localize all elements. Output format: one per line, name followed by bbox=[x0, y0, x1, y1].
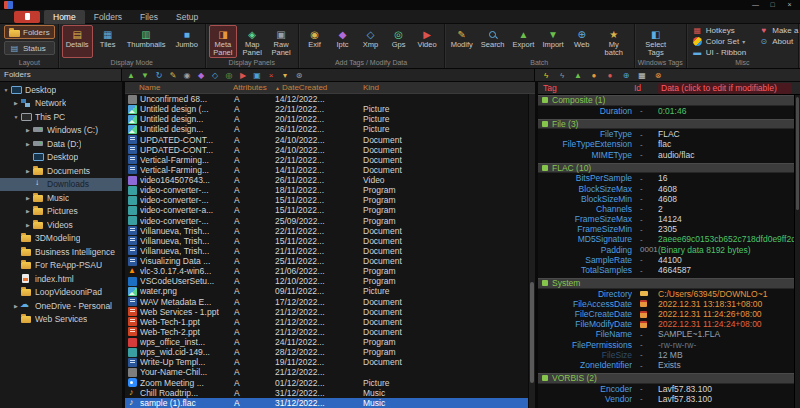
expand-arrow-icon[interactable] bbox=[12, 303, 20, 309]
refresh-icon[interactable]: ↻ bbox=[153, 70, 165, 81]
ribbon-button[interactable]: Web bbox=[569, 25, 595, 58]
tag-row[interactable]: FileModifyDate 2022.12.31 11:24:24+08:00 bbox=[538, 319, 800, 329]
tag-row[interactable]: Channels - 2 bbox=[538, 204, 800, 214]
expand-arrow-icon[interactable] bbox=[24, 195, 32, 201]
file-row[interactable]: video164507643... A 26/11/2022... Video bbox=[125, 175, 535, 185]
ribbon-button[interactable]: Make a Donation bbox=[756, 25, 800, 36]
tag-value[interactable]: 2 bbox=[658, 204, 800, 214]
expand-arrow-icon[interactable] bbox=[12, 100, 20, 106]
video-tag-icon[interactable]: ▶ bbox=[237, 70, 249, 81]
file-row[interactable]: video-converter-a... A 15/11/2022... Pro… bbox=[125, 205, 535, 215]
close-button[interactable]: × bbox=[781, 0, 798, 10]
tag-row[interactable]: Encoder - Lavf57.83.100 bbox=[538, 384, 800, 394]
list-scrollbar[interactable] bbox=[528, 94, 535, 408]
file-row[interactable]: wps_wid.cid-149... A 28/12/2022... Progr… bbox=[125, 347, 535, 357]
tree-item[interactable]: Network bbox=[0, 97, 122, 111]
file-row[interactable]: Web-Tech-2.ppt A 21/12/2022... Document bbox=[125, 327, 535, 337]
tag-value[interactable]: -rw-rw-rw- bbox=[658, 340, 800, 350]
tree-item[interactable]: Desktop bbox=[0, 83, 122, 97]
close-panel-icon[interactable]: ⊗ bbox=[652, 70, 664, 81]
tag-row[interactable]: MIMEType - audio/flac bbox=[538, 150, 800, 160]
tag-value[interactable]: 14124 bbox=[658, 214, 800, 224]
file-row[interactable]: Untitled design... A 26/11/2022... Pictu… bbox=[125, 124, 535, 134]
save-icon[interactable]: ▣ bbox=[251, 70, 263, 81]
tag-group-header[interactable]: FLAC (10) bbox=[538, 163, 800, 174]
tree-item[interactable]: Data (D:) bbox=[0, 137, 122, 151]
tree-item[interactable]: Web Services bbox=[0, 313, 122, 327]
tag-row[interactable]: FrameSizeMax - 14124 bbox=[538, 214, 800, 224]
tag-value[interactable]: Exists bbox=[658, 360, 800, 370]
tag-row[interactable]: MD5Signature - 2aeee69c0153cb652c718dfd0… bbox=[538, 234, 800, 244]
file-row[interactable]: VSCodeUserSetu... A 12/10/2022... Progra… bbox=[125, 276, 535, 286]
file-row[interactable]: Chill Roadtrip... A 31/12/2022... Music bbox=[125, 388, 535, 398]
file-row[interactable]: UPDATED-CONT... A 24/10/2022... Document bbox=[125, 145, 535, 155]
tree-item[interactable]: LoopVideooniPad bbox=[0, 286, 122, 300]
expand-arrow-icon[interactable] bbox=[2, 87, 10, 93]
ribbon-tab[interactable]: Home bbox=[44, 10, 85, 24]
file-row[interactable]: Write-Up Templ... A 19/11/2022... Docume… bbox=[125, 357, 535, 367]
file-menu-button[interactable] bbox=[14, 11, 40, 23]
rename-icon[interactable]: ✎ bbox=[167, 70, 179, 81]
tag-row[interactable]: Directory C:/Users/63945/DOWNLO~1 bbox=[538, 289, 800, 299]
tag-row[interactable]: BlockSizeMin - 4608 bbox=[538, 194, 800, 204]
file-row[interactable]: Web-Tech-1.ppt A 21/12/2022... Document bbox=[125, 317, 535, 327]
file-row[interactable]: water.png A 09/11/2022... Picture bbox=[125, 286, 535, 296]
tag-row[interactable]: BitsPerSample - 16 bbox=[538, 173, 800, 183]
tree-item[interactable]: This PC bbox=[0, 110, 122, 124]
ribbon-button[interactable]: My batch bbox=[597, 25, 631, 58]
tree-item[interactable]: Videos bbox=[0, 218, 122, 232]
tree-item[interactable]: Business Intelligence bbox=[0, 245, 122, 259]
column-header-attributes[interactable]: Attributes bbox=[229, 83, 275, 92]
tree-item[interactable]: Desktop bbox=[0, 151, 122, 165]
ribbon-button[interactable]: Map Panel bbox=[239, 25, 266, 58]
tag-row[interactable]: FileSize - 12 MB bbox=[538, 350, 800, 360]
file-row[interactable]: Villanueva, Trish... A 15/11/2022... Doc… bbox=[125, 236, 535, 246]
tag-value[interactable]: Lavf57.83.100 bbox=[658, 384, 800, 394]
ribbon-button[interactable]: Select Tags bbox=[638, 25, 674, 58]
file-row[interactable]: Villanueva, Trish... A 21/11/2022... Doc… bbox=[125, 246, 535, 256]
ribbon-button[interactable]: Color Set bbox=[690, 36, 748, 47]
ribbon-tab[interactable]: Setup bbox=[167, 10, 207, 24]
options-icon[interactable]: ⊛ bbox=[293, 70, 305, 81]
tag-value[interactable]: audio/flac bbox=[658, 150, 800, 160]
tag-value[interactable]: 0:01:46 bbox=[658, 106, 800, 116]
tag-group-header[interactable]: Composite (1) bbox=[538, 95, 800, 106]
file-row[interactable]: sample (1).flac A 31/12/2022... Music bbox=[125, 398, 535, 408]
exif-camera-icon[interactable]: ◉ bbox=[181, 70, 193, 81]
tag-value[interactable]: 44100 bbox=[658, 255, 800, 265]
file-row[interactable]: Villanueva, Trish... A 22/11/2022... Doc… bbox=[125, 226, 535, 236]
ribbon-button[interactable]: Tiles bbox=[95, 25, 121, 58]
ribbon-button[interactable]: Modify bbox=[448, 25, 476, 58]
expand-arrow-icon[interactable] bbox=[24, 222, 32, 228]
tag-value[interactable]: 4664587 bbox=[658, 265, 800, 275]
ribbon-button[interactable]: Search bbox=[478, 25, 508, 58]
run-exiftool-icon[interactable]: ϟ bbox=[540, 70, 552, 81]
tag-row[interactable]: BlockSizeMax - 4608 bbox=[538, 183, 800, 193]
tag-group-header[interactable]: File (3) bbox=[538, 119, 800, 130]
meta-scrollbar[interactable] bbox=[794, 95, 800, 408]
tree-item[interactable]: Windows (C:) bbox=[0, 124, 122, 138]
file-row[interactable]: Vertical-Farming... A 14/11/2022... Docu… bbox=[125, 165, 535, 175]
tag-value[interactable]: 4608 bbox=[658, 184, 800, 194]
ribbon-button[interactable]: Import bbox=[539, 25, 566, 58]
file-row[interactable]: Visualizing Data ... A 25/11/2022... Doc… bbox=[125, 256, 535, 266]
tag-row[interactable]: FileTypeExtension - flac bbox=[538, 139, 800, 149]
tag-row[interactable]: Duration - 0:01:46 bbox=[538, 106, 800, 116]
scrollbar-thumb[interactable] bbox=[530, 282, 534, 382]
export-tags-icon[interactable]: ▲ bbox=[572, 70, 584, 81]
file-row[interactable]: video-converter-... A 15/11/2022... Prog… bbox=[125, 195, 535, 205]
tree-item[interactable]: 3DModeling bbox=[0, 232, 122, 246]
expand-arrow-icon[interactable] bbox=[24, 208, 32, 214]
file-row[interactable]: Untitled design... A 20/11/2022... Pictu… bbox=[125, 114, 535, 124]
tag-row[interactable]: SampleRate - 44100 bbox=[538, 255, 800, 265]
ribbon-button[interactable]: UI - Ribbon bbox=[690, 47, 748, 58]
tag-value[interactable]: Lavf57.83.100 bbox=[658, 394, 800, 404]
tree-item[interactable]: Pictures bbox=[0, 205, 122, 219]
tag-row[interactable]: FrameSizeMin - 2305 bbox=[538, 224, 800, 234]
tag-row[interactable]: Padding 0001 (Binary data 8192 bytes) bbox=[538, 245, 800, 255]
stop-icon[interactable]: ϟ bbox=[556, 70, 568, 81]
tree-item[interactable]: OneDrive - Personal bbox=[0, 299, 122, 313]
file-row[interactable]: Unconfirmed 68... A 14/12/2022... bbox=[125, 94, 535, 104]
tag-value[interactable]: 4608 bbox=[658, 194, 800, 204]
copy-tags-icon[interactable]: ● bbox=[588, 70, 600, 81]
